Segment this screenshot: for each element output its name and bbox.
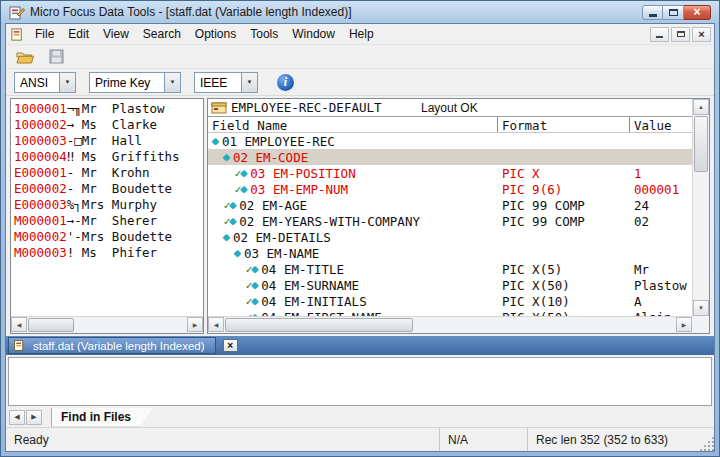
scrollbar-thumb[interactable] bbox=[225, 318, 413, 332]
minimize-icon bbox=[649, 14, 657, 17]
record-row[interactable]: M000003! Ms Phifer bbox=[14, 245, 203, 261]
menu-options[interactable]: Options bbox=[188, 25, 243, 43]
save-button[interactable] bbox=[45, 47, 67, 67]
open-file-button[interactable] bbox=[14, 47, 36, 67]
field-name: 02 EM-YEARS-WITH-COMPANY bbox=[239, 214, 420, 229]
menu-search[interactable]: Search bbox=[136, 25, 188, 43]
layout-row[interactable]: ✓◆ 02 EM-YEARS-WITH-COMPANY PIC 99 COMP … bbox=[208, 213, 692, 229]
save-floppy-icon bbox=[49, 49, 64, 64]
field-type-icon: ✓◆ bbox=[212, 136, 219, 146]
field-format: PIC 9(6) bbox=[498, 182, 630, 197]
layout-vertical-scrollbar: ▲ ▼ bbox=[692, 99, 709, 316]
menu-window[interactable]: Window bbox=[285, 25, 342, 43]
scroll-left-button[interactable]: ◀ bbox=[11, 317, 27, 332]
field-name: 02 EM-AGE bbox=[239, 198, 307, 213]
record-raw-bytes: -□ bbox=[67, 133, 82, 148]
document-icon bbox=[10, 27, 25, 42]
menu-tools[interactable]: Tools bbox=[243, 25, 285, 43]
resize-grip[interactable] bbox=[699, 436, 714, 451]
menu-help[interactable]: Help bbox=[342, 25, 381, 43]
layout-row[interactable]: ✓◆ 02 EM-AGE PIC 99 COMP 24 bbox=[208, 197, 692, 213]
field-value[interactable]: 24 bbox=[630, 198, 692, 213]
diamond-icon: ◆ bbox=[234, 248, 241, 258]
layout-header: EMPLOYEE-REC-DEFAULT Layout OK bbox=[208, 99, 692, 117]
menu-view[interactable]: View bbox=[96, 25, 136, 43]
document-tab[interactable]: staff.dat (Variable length Indexed) bbox=[8, 337, 216, 354]
field-format: PIC X(5) bbox=[498, 262, 630, 277]
float-format-select[interactable]: IEEE ▼ bbox=[194, 72, 258, 93]
field-value[interactable]: 000001 bbox=[630, 182, 692, 197]
tab-scroll-left-button[interactable]: ◀ bbox=[9, 410, 25, 425]
diamond-icon: ◆ bbox=[223, 152, 230, 162]
scroll-right-button[interactable]: ▶ bbox=[187, 317, 203, 332]
field-type-icon: ✓◆ bbox=[245, 264, 258, 275]
record-key: M000002 bbox=[14, 229, 67, 244]
key-value: Prime Key bbox=[90, 73, 164, 92]
record-row[interactable]: 1000003-□Mr Hall bbox=[14, 133, 203, 149]
field-name-cell: ✓◆ 03 EM-POSITION bbox=[208, 166, 498, 181]
field-value[interactable]: 1 bbox=[630, 166, 692, 181]
record-row[interactable]: E000003%┐Mrs Murphy bbox=[14, 197, 203, 213]
field-value[interactable]: A bbox=[630, 294, 692, 309]
charset-select[interactable]: ANSI ▼ bbox=[14, 72, 76, 93]
record-row[interactable]: 1000004‼ Ms Griffiths bbox=[14, 149, 203, 165]
field-value[interactable]: Mr bbox=[630, 262, 692, 277]
mdi-minimize-button[interactable] bbox=[650, 27, 669, 42]
field-name: 04 EM-INITIALS bbox=[261, 294, 366, 309]
status-na: N/A bbox=[439, 428, 527, 451]
mdi-close-button[interactable]: × bbox=[692, 27, 711, 42]
layout-row[interactable]: ✓◆ 03 EM-NAME bbox=[208, 245, 692, 261]
field-type-icon: ✓◆ bbox=[223, 216, 236, 227]
layout-row[interactable]: ✓◆ 04 EM-TITLE PIC X(5) Mr bbox=[208, 261, 692, 277]
scrollbar-thumb[interactable] bbox=[694, 116, 708, 172]
field-type-icon: ✓◆ bbox=[223, 200, 236, 211]
record-row[interactable]: M000001→-Mr Sherer bbox=[14, 213, 203, 229]
field-type-icon: ✓◆ bbox=[223, 152, 230, 162]
record-row[interactable]: E000002- Mr Boudette bbox=[14, 181, 203, 197]
field-value[interactable]: 02 bbox=[630, 214, 692, 229]
menu-bar: File Edit View Search Options Tools Wind… bbox=[6, 24, 714, 45]
menu-edit[interactable]: Edit bbox=[61, 25, 96, 43]
scroll-up-button[interactable]: ▲ bbox=[693, 99, 709, 115]
menu-file[interactable]: File bbox=[28, 25, 61, 43]
record-row[interactable]: 1000002→ Ms Clarke bbox=[14, 117, 203, 133]
layout-row[interactable]: ✓◆ 04 EM-SURNAME PIC X(50) Plastow bbox=[208, 277, 692, 293]
layout-row[interactable]: ✓◆ 03 EM-EMP-NUM PIC 9(6) 000001 bbox=[208, 181, 692, 197]
info-button[interactable]: i bbox=[277, 74, 294, 91]
field-format: PIC 99 COMP bbox=[498, 198, 630, 213]
tab-scroll-right-button[interactable]: ▶ bbox=[26, 410, 42, 425]
tab-close-button[interactable]: × bbox=[223, 339, 238, 352]
field-name-cell: ✓◆ 02 EM-YEARS-WITH-COMPANY bbox=[208, 214, 498, 229]
layout-row[interactable]: ✓◆ 02 EM-CODE bbox=[208, 149, 692, 165]
record-row[interactable]: M000002'-Mrs Boudette bbox=[14, 229, 203, 245]
layout-row[interactable]: ✓◆ 01 EMPLOYEE-REC bbox=[208, 133, 692, 149]
layout-row[interactable]: ✓◆ 04 EM-INITIALS PIC X(10) A bbox=[208, 293, 692, 309]
key-select[interactable]: Prime Key ▼ bbox=[89, 72, 181, 93]
restore-button[interactable] bbox=[663, 5, 684, 20]
toolbar-options: ANSI ▼ Prime Key ▼ IEEE ▼ i bbox=[6, 69, 714, 96]
scroll-right-button[interactable]: ▶ bbox=[676, 317, 692, 332]
minimize-button[interactable] bbox=[642, 5, 663, 20]
mdi-restore-button[interactable] bbox=[671, 27, 690, 42]
layout-row[interactable]: ✓◆ 03 EM-POSITION PIC X 1 bbox=[208, 165, 692, 181]
diamond-icon: ◆ bbox=[251, 264, 258, 274]
layout-row[interactable]: ✓◆ 02 EM-DETAILS bbox=[208, 229, 692, 245]
scroll-left-button[interactable]: ◀ bbox=[208, 317, 224, 332]
record-list: 1000001¬╖Mr Plastow 1000002→ Ms Clarke 1… bbox=[11, 99, 203, 316]
record-row[interactable]: 1000001¬╖Mr Plastow bbox=[14, 101, 203, 117]
record-row[interactable]: E000001- Mr Krohn bbox=[14, 165, 203, 181]
record-key: 1000001 bbox=[14, 101, 67, 116]
tab-find-in-files[interactable]: Find in Files bbox=[51, 408, 153, 427]
field-format: PIC X(10) bbox=[498, 294, 630, 309]
field-value[interactable]: Plastow bbox=[630, 278, 692, 293]
record-text: Ms Griffiths bbox=[82, 149, 180, 164]
record-key: E000002 bbox=[14, 181, 67, 196]
chevron-down-icon: ▼ bbox=[241, 73, 257, 92]
diamond-icon: ◆ bbox=[251, 280, 258, 290]
scrollbar-thumb[interactable] bbox=[28, 318, 74, 332]
column-header-format: Format bbox=[498, 117, 630, 132]
scroll-down-button[interactable]: ▼ bbox=[693, 300, 709, 316]
record-key: 1000002 bbox=[14, 117, 67, 132]
close-button[interactable]: × bbox=[684, 5, 711, 20]
layout-row[interactable]: ✓◆ 04 EM-FIRST-NAME PIC X(50) Alain bbox=[208, 309, 692, 316]
